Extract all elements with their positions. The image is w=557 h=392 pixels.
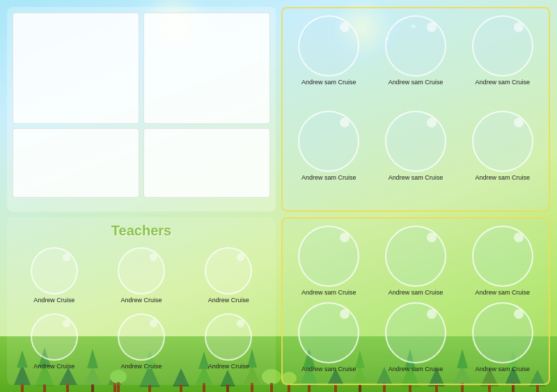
teachers-title-container: Teachers bbox=[13, 223, 270, 239]
teacher-item: Andrew Cruise bbox=[13, 313, 95, 370]
teachers-section: Teachers Andrew Cruise Andrew Cruise And… bbox=[7, 217, 276, 386]
photo-slot-bottom-left[interactable] bbox=[13, 128, 139, 198]
person-circle bbox=[385, 302, 446, 363]
person-item: Andrew sam Cruise bbox=[287, 15, 371, 108]
photo-slot-top-right[interactable] bbox=[143, 13, 270, 124]
photo-collage bbox=[7, 7, 276, 212]
person-item: Andrew sam Cruise bbox=[287, 226, 371, 300]
person-name: Andrew sam Cruise bbox=[301, 174, 356, 181]
teacher-item: Andrew Cruise bbox=[187, 247, 270, 304]
teacher-name: Andrew Cruise bbox=[120, 297, 162, 304]
photo-slot-large[interactable] bbox=[13, 13, 139, 124]
person-circle bbox=[298, 111, 359, 172]
photo-slot-bottom-right[interactable] bbox=[143, 128, 270, 198]
teacher-name: Andrew Cruise bbox=[208, 363, 249, 370]
person-circle bbox=[298, 226, 359, 287]
teacher-circle bbox=[118, 247, 165, 295]
person-circle bbox=[472, 302, 533, 363]
person-circle bbox=[472, 226, 533, 287]
person-item: Andrew sam Cruise bbox=[287, 302, 371, 377]
teacher-name: Andrew Cruise bbox=[33, 363, 74, 370]
person-circle bbox=[298, 302, 359, 363]
person-circle bbox=[385, 226, 446, 287]
teacher-circle bbox=[205, 247, 252, 295]
person-item: Andrew sam Cruise bbox=[460, 111, 544, 203]
teacher-name: Andrew Cruise bbox=[33, 297, 74, 304]
person-item: Andrew sam Cruise bbox=[374, 15, 458, 108]
person-name: Andrew sam Cruise bbox=[389, 174, 444, 181]
person-name: Andrew sam Cruise bbox=[389, 289, 444, 296]
person-name: Andrew sam Cruise bbox=[475, 366, 530, 373]
person-name: Andrew sam Cruise bbox=[475, 79, 530, 86]
person-item: Andrew sam Cruise bbox=[460, 226, 544, 300]
teacher-circle bbox=[118, 313, 165, 361]
person-item: Andrew sam Cruise bbox=[460, 302, 544, 377]
person-circle bbox=[472, 15, 533, 77]
person-name: Andrew sam Cruise bbox=[301, 79, 356, 86]
person-name: Andrew sam Cruise bbox=[475, 174, 530, 181]
teacher-item: Andrew Cruise bbox=[100, 313, 182, 370]
teacher-circle bbox=[31, 313, 78, 361]
person-circle bbox=[385, 15, 446, 77]
teachers-title: Teachers bbox=[111, 223, 171, 238]
teachers-grid: Andrew Cruise Andrew Cruise Andrew Cruis… bbox=[13, 247, 270, 370]
person-circle bbox=[385, 111, 446, 172]
person-name: Andrew sam Cruise bbox=[475, 289, 530, 296]
person-name: Andrew sam Cruise bbox=[301, 366, 356, 373]
teacher-item: Andrew Cruise bbox=[187, 313, 270, 370]
person-circle bbox=[298, 15, 359, 77]
right-bottom-section: Andrew sam Cruise Andrew sam Cruise Andr… bbox=[281, 217, 550, 386]
teacher-circle bbox=[205, 313, 252, 361]
person-name: Andrew sam Cruise bbox=[389, 79, 444, 86]
teacher-circle bbox=[31, 247, 78, 295]
teacher-item: Andrew Cruise bbox=[100, 247, 182, 304]
person-item: Andrew sam Cruise bbox=[287, 111, 371, 203]
main-layout: Andrew sam Cruise Andrew sam Cruise Andr… bbox=[7, 7, 550, 385]
person-item: Andrew sam Cruise bbox=[374, 111, 458, 203]
person-item: Andrew sam Cruise bbox=[374, 226, 458, 300]
person-circle bbox=[472, 111, 533, 172]
person-item: Andrew sam Cruise bbox=[374, 302, 458, 377]
teacher-name: Andrew Cruise bbox=[120, 363, 162, 370]
teacher-name: Andrew Cruise bbox=[208, 297, 249, 304]
right-top-section: Andrew sam Cruise Andrew sam Cruise Andr… bbox=[281, 7, 550, 212]
person-name: Andrew sam Cruise bbox=[389, 366, 444, 373]
person-item: Andrew sam Cruise bbox=[460, 15, 544, 108]
person-name: Andrew sam Cruise bbox=[301, 289, 356, 296]
teacher-item: Andrew Cruise bbox=[13, 247, 95, 304]
